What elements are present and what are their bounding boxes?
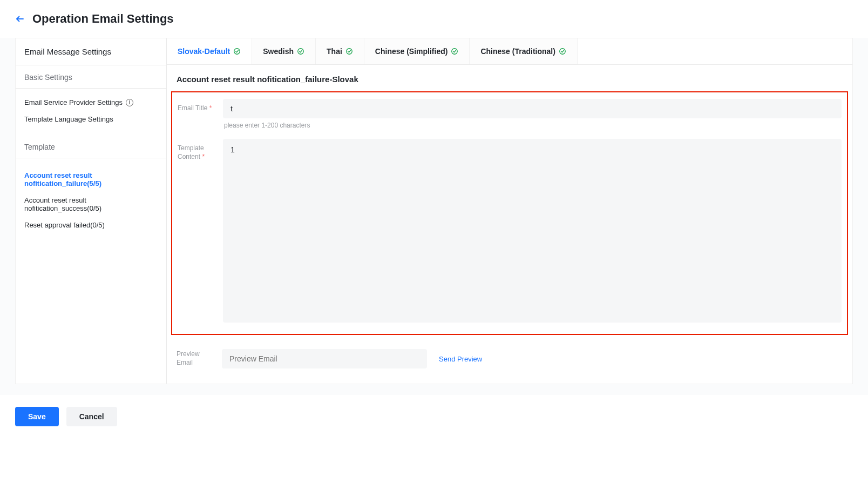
sidebar-section-template: Template — [16, 135, 166, 158]
tab-chinese-traditional[interactable]: Chinese (Traditional) — [470, 38, 577, 64]
required-asterisk: * — [209, 104, 212, 112]
row-email-title: Email Title * please enter 1-200 charact… — [178, 99, 842, 137]
sidebar-link-provider-label: Email Service Provider Settings — [24, 98, 123, 106]
email-title-input[interactable] — [223, 99, 842, 118]
label-template-content-text: Template Content — [178, 144, 204, 160]
info-icon: i — [126, 99, 133, 106]
tab-chinese-simplified[interactable]: Chinese (Simplified) — [364, 38, 470, 64]
sidebar-title: Email Message Settings — [16, 38, 166, 65]
check-circle-icon — [559, 48, 566, 55]
check-circle-icon — [297, 48, 304, 55]
form-highlight-box: Email Title * please enter 1-200 charact… — [171, 91, 848, 335]
sidebar-basic-links: Email Service Provider Settings i Templa… — [16, 89, 166, 135]
save-button[interactable]: Save — [15, 407, 59, 426]
send-preview-link[interactable]: Send Preview — [439, 355, 482, 363]
footer-actions: Save Cancel — [0, 395, 868, 438]
content-card: Email Message Settings Basic Settings Em… — [15, 38, 853, 384]
main-panel: Slovak-Default Swedish Thai — [167, 38, 852, 384]
page-header: Operation Email Settings — [0, 0, 868, 38]
page-title: Operation Email Settings — [32, 12, 174, 26]
tab-thai-label: Thai — [327, 47, 342, 56]
label-email-title-text: Email Title — [178, 104, 207, 112]
svg-point-3 — [347, 49, 352, 55]
row-template-content: Template Content * — [178, 139, 842, 324]
content-heading: Account reset result nofitication_failur… — [167, 65, 852, 91]
tab-swedish[interactable]: Swedish — [252, 38, 316, 64]
tab-swedish-label: Swedish — [263, 47, 294, 56]
sidebar-link-provider[interactable]: Email Service Provider Settings i — [24, 94, 158, 111]
svg-point-1 — [234, 49, 240, 55]
sidebar-template-list: Account reset result nofitication_failur… — [16, 158, 166, 242]
template-item-reset-failed[interactable]: Reset approval failed(0/5) — [24, 217, 158, 233]
preview-email-input[interactable] — [222, 349, 427, 368]
required-asterisk: * — [202, 153, 205, 160]
language-tabs: Slovak-Default Swedish Thai — [167, 38, 852, 65]
tab-chinese-simplified-label: Chinese (Simplified) — [375, 47, 448, 56]
cancel-button[interactable]: Cancel — [66, 407, 117, 426]
template-content-wrap — [223, 139, 842, 324]
content-wrapper: Email Message Settings Basic Settings Em… — [0, 38, 868, 395]
row-preview-email: Preview Email Send Preview — [167, 341, 852, 384]
sidebar-section-basic: Basic Settings — [16, 65, 166, 89]
tab-thai[interactable]: Thai — [316, 38, 364, 64]
tab-slovak[interactable]: Slovak-Default — [167, 38, 252, 64]
svg-point-5 — [560, 49, 566, 55]
svg-point-2 — [298, 49, 304, 55]
email-title-hint: please enter 1-200 characters — [223, 118, 842, 137]
back-arrow-icon[interactable] — [15, 14, 25, 24]
email-title-input-wrap: please enter 1-200 characters — [223, 99, 842, 137]
check-circle-icon — [233, 48, 241, 55]
label-template-content: Template Content * — [178, 139, 216, 161]
sidebar-link-language[interactable]: Template Language Settings — [24, 111, 158, 128]
template-item-success[interactable]: Account reset result nofitication_succes… — [24, 192, 158, 217]
tab-slovak-label: Slovak-Default — [178, 47, 230, 56]
label-email-title: Email Title * — [178, 99, 216, 113]
label-preview-email: Preview Email — [177, 350, 215, 367]
template-content-textarea[interactable] — [223, 139, 842, 323]
tab-chinese-traditional-label: Chinese (Traditional) — [480, 47, 555, 56]
check-circle-icon — [345, 48, 353, 55]
check-circle-icon — [451, 48, 458, 55]
sidebar: Email Message Settings Basic Settings Em… — [16, 38, 167, 384]
svg-point-4 — [452, 49, 458, 55]
sidebar-link-language-label: Template Language Settings — [24, 115, 113, 123]
template-item-failure[interactable]: Account reset result nofitication_failur… — [24, 167, 158, 192]
